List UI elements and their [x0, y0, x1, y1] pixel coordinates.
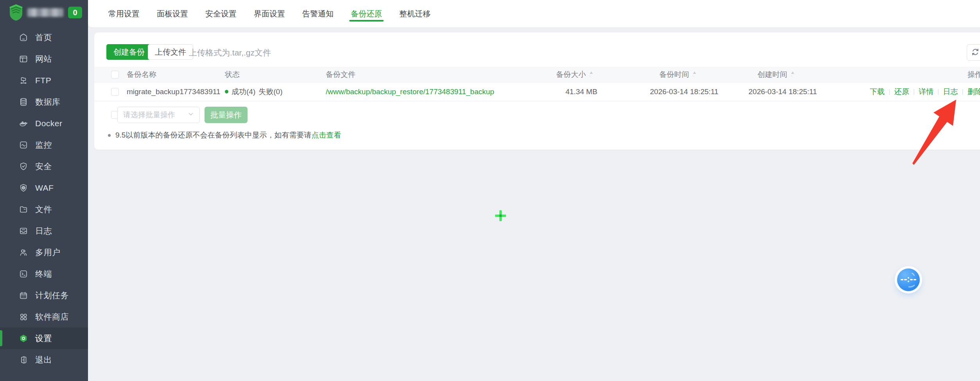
notification-badge[interactable]: 0	[68, 7, 82, 18]
backup-table-header: 备份名称 状态 备份文件 备份大小 备份时间 创建时间 操作	[94, 67, 980, 82]
backup-file-link[interactable]: /www/backup/backup_restore/1773483911_ba…	[326, 88, 494, 96]
detail-action[interactable]: 详情	[919, 87, 933, 97]
sidebar-item-label: Docker	[35, 119, 63, 128]
dashed-circle-icon	[897, 268, 920, 291]
tab-common-settings[interactable]: 常用设置	[108, 0, 140, 27]
sort-arrows-icon[interactable]	[790, 71, 795, 78]
sidebar-item-website[interactable]: 网站	[0, 48, 88, 70]
sidebar-item-terminal[interactable]: 终端	[0, 263, 88, 284]
sidebar-item-docker[interactable]: Docker	[0, 113, 88, 134]
version-notice: 9.5以前版本的备份还原不会在备份列表中显示，如有需要请 点击查看	[108, 130, 341, 140]
database-icon	[18, 97, 29, 107]
notice-text: 9.5以前版本的备份还原不会在备份列表中显示，如有需要请	[115, 130, 311, 140]
sidebar-item-label: 首页	[35, 32, 52, 43]
restore-action[interactable]: 还原	[894, 87, 909, 97]
sidebar-item-label: 设置	[35, 333, 52, 344]
settings-tabbar: 常用设置 面板设置 安全设置 界面设置 告警通知 备份还原 整机迁移	[88, 0, 980, 27]
shield-check-icon	[18, 161, 29, 172]
sidebar-item-monitor[interactable]: 监控	[0, 134, 88, 156]
calendar-icon	[18, 290, 29, 301]
backup-table-row: migrate_backup1773483911 成功(4) 失败(0) /ww…	[94, 82, 980, 101]
col-actions: 操作	[967, 67, 980, 82]
sidebar-item-files[interactable]: 文件	[0, 199, 88, 220]
sidebar-item-multiuser[interactable]: 多用户	[0, 241, 88, 263]
batch-select-placeholder: 请选择批量操作	[123, 110, 175, 120]
sidebar-item-label: 日志	[35, 225, 52, 236]
website-icon	[18, 54, 29, 64]
sort-arrows-icon[interactable]	[589, 71, 594, 78]
sidebar: 0 首页 网站 FTP 数据库 Docker	[0, 0, 88, 381]
sidebar-item-database[interactable]: 数据库	[0, 91, 88, 113]
tab-interface-settings[interactable]: 界面设置	[254, 0, 285, 27]
select-all-checkbox[interactable]	[111, 71, 119, 79]
tab-machine-migration[interactable]: 整机迁移	[399, 0, 431, 27]
col-backup-file: 备份文件	[326, 67, 355, 82]
status-success-text: 成功(4)	[232, 87, 255, 97]
sidebar-item-label: 监控	[35, 140, 52, 150]
status-value: 成功(4) 失败(0)	[225, 82, 282, 101]
terminal-icon	[18, 269, 29, 279]
sidebar-item-security[interactable]: 安全	[0, 156, 88, 177]
tab-panel-settings[interactable]: 面板设置	[157, 0, 188, 27]
waf-shield-globe-icon	[18, 183, 29, 193]
log-action[interactable]: 日志	[943, 87, 958, 97]
select-all-checkbox-cell	[111, 67, 119, 82]
tab-backup-restore[interactable]: 备份还原	[351, 0, 382, 27]
sidebar-menu: 首页 网站 FTP 数据库 Docker 监控	[0, 27, 88, 370]
sidebar-item-appstore[interactable]: 软件商店	[0, 306, 88, 327]
bullet-icon	[108, 134, 111, 137]
sidebar-header: 0	[0, 0, 88, 25]
sort-arrows-icon[interactable]	[692, 71, 697, 78]
notice-view-link[interactable]: 点击查看	[311, 130, 341, 140]
sidebar-item-cron[interactable]: 计划任务	[0, 284, 88, 306]
sidebar-item-home[interactable]: 首页	[0, 27, 88, 48]
row-checkbox[interactable]	[111, 88, 119, 96]
batch-operation-button[interactable]: 批量操作	[205, 107, 248, 123]
col-backup-time[interactable]: 备份时间	[659, 67, 697, 82]
chevron-down-icon	[188, 111, 194, 119]
status-dot-icon	[225, 90, 228, 93]
docker-icon	[18, 118, 29, 129]
upload-format-hint: 上传格式为.tar,.gz文件	[189, 47, 271, 58]
upload-file-button[interactable]: 上传文件	[148, 44, 193, 60]
col-create-time[interactable]: 创建时间	[757, 67, 795, 82]
action-separator: |	[913, 88, 915, 96]
tab-security-settings[interactable]: 安全设置	[205, 0, 237, 27]
sidebar-item-logs[interactable]: 日志	[0, 220, 88, 241]
monitor-icon	[18, 140, 29, 150]
batch-operation-select[interactable]: 请选择批量操作	[117, 107, 200, 123]
tab-alert-notification[interactable]: 告警通知	[302, 0, 334, 27]
delete-action[interactable]: 删除	[967, 87, 980, 97]
sidebar-item-waf[interactable]: WAF	[0, 177, 88, 199]
page: 0 首页 网站 FTP 数据库 Docker	[0, 0, 980, 381]
backup-time-value: 2026-03-14 18:25:11	[650, 82, 718, 101]
backup-file-path[interactable]: /www/backup/backup_restore/1773483911_ba…	[326, 82, 494, 101]
sidebar-item-label: 退出	[35, 354, 52, 365]
col-backup-time-label: 备份时间	[659, 70, 689, 80]
col-create-time-label: 创建时间	[757, 70, 787, 80]
download-action[interactable]: 下载	[870, 87, 885, 97]
logout-door-icon	[18, 355, 29, 365]
col-status: 状态	[225, 67, 240, 82]
sidebar-item-label: 网站	[35, 54, 52, 64]
action-separator: |	[937, 88, 939, 96]
create-backup-button[interactable]: 创建备份	[106, 44, 152, 60]
refresh-icon	[971, 47, 980, 58]
sidebar-item-label: 数据库	[35, 97, 61, 107]
refresh-button[interactable]	[967, 44, 980, 61]
action-separator: |	[888, 88, 890, 96]
home-icon	[18, 32, 29, 43]
settings-hexagon-icon	[18, 333, 29, 343]
sidebar-item-settings[interactable]: 设置	[0, 327, 88, 349]
floating-assistant-button[interactable]	[897, 268, 920, 291]
row-actions: 下载 | 还原 | 详情 | 日志 | 删除	[870, 82, 980, 101]
sidebar-item-label: FTP	[35, 76, 51, 85]
log-tray-icon	[18, 226, 29, 236]
sidebar-item-label: 软件商店	[35, 311, 69, 322]
sidebar-item-ftp[interactable]: FTP	[0, 70, 88, 91]
folder-icon	[18, 204, 29, 215]
col-backup-size[interactable]: 备份大小	[556, 67, 594, 82]
col-backup-name: 备份名称	[127, 67, 156, 82]
sidebar-item-logout[interactable]: 退出	[0, 349, 88, 370]
crosshair-cursor-icon	[495, 210, 506, 221]
